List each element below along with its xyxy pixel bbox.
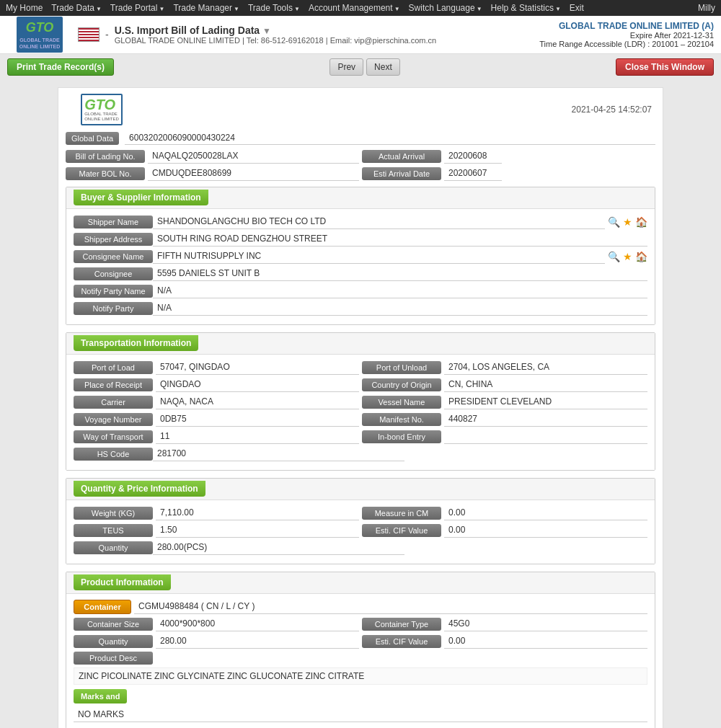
voyage-field: Voyage Number 0DB75 bbox=[74, 412, 359, 427]
global-data-label: Global Data bbox=[66, 132, 119, 145]
place-receipt-field: Place of Receipt QINGDAO bbox=[74, 378, 359, 392]
master-bol-field: Mater BOL No. CMDUQDEE808699 bbox=[66, 167, 359, 181]
container-value: CGMU4988484 ( CN / L / CY ) bbox=[134, 600, 647, 614]
marks-label: Marks and bbox=[74, 689, 127, 703]
vessel-name-label: Vessel Name bbox=[362, 396, 441, 409]
nav-switch-language[interactable]: Switch Language▼ bbox=[409, 3, 482, 13]
shipper-address-row: Shipper Address SOUTH RING ROAD DENGZHOU… bbox=[74, 232, 647, 247]
separator: - bbox=[105, 29, 109, 40]
marks-value: NO MARKS bbox=[74, 708, 647, 722]
manifest-field: Manifest No. 440827 bbox=[362, 412, 647, 427]
voyage-manifest-row: Voyage Number 0DB75 Manifest No. 440827 bbox=[74, 412, 647, 427]
in-bond-label: In-bond Entry bbox=[362, 430, 441, 443]
header-title-area: U.S. Import Bill of Lading Data ▼ GLOBAL… bbox=[115, 25, 437, 45]
shipper-search-icon[interactable]: 🔍 bbox=[608, 216, 620, 228]
buyer-supplier-header-wrap: Buyer & Supplier Information bbox=[66, 187, 655, 209]
shipper-star-icon[interactable]: ★ bbox=[623, 216, 632, 228]
prod-cif-label: Esti. CIF Value bbox=[362, 635, 441, 648]
consignee-label: Consignee bbox=[74, 267, 153, 280]
shipper-address-value: SOUTH RING ROAD DENGZHOU STREET bbox=[153, 232, 647, 247]
country-origin-value: CN, CHINA bbox=[444, 378, 647, 392]
hs-code-row: HS Code 281700 bbox=[74, 447, 647, 461]
notify-party-label: Notify Party bbox=[74, 302, 153, 315]
shipper-name-value: SHANDONGLANGCHU BIO TECH CO LTD bbox=[153, 215, 605, 229]
receipt-origin-row: Place of Receipt QINGDAO Country of Orig… bbox=[74, 378, 647, 392]
top-navigation: My Home Trade Data▼ Trade Portal▼ Trade … bbox=[0, 0, 721, 16]
product-desc-row: Product Desc bbox=[74, 652, 647, 665]
shipper-actions: 🔍 ★ 🏠 bbox=[608, 216, 647, 228]
carrier-value: NAQA, NACA bbox=[156, 395, 359, 409]
port-row: Port of Load 57047, QINGDAO Port of Unlo… bbox=[74, 360, 647, 375]
quantity-body: Weight (KG) 7,110.00 Measure in CM 0.00 … bbox=[66, 500, 655, 564]
page-header: GTO GLOBAL TRADEONLINE LIMITED - U.S. Im… bbox=[0, 16, 721, 54]
record-container: GTO GLOBAL TRADEONLINE LIMITED 2021-04-2… bbox=[58, 87, 663, 728]
master-bol-value: CMDUQDEE808699 bbox=[148, 167, 359, 181]
close-button-top[interactable]: Close This Window bbox=[616, 58, 714, 76]
product-header-wrap: Product Information bbox=[66, 572, 655, 594]
nav-account-management[interactable]: Account Management▼ bbox=[309, 3, 400, 13]
nav-trade-data[interactable]: Trade Data▼ bbox=[51, 3, 102, 13]
port-load-label: Port of Load bbox=[74, 361, 153, 374]
header-logo-area: GTO GLOBAL TRADEONLINE LIMITED - U.S. Im… bbox=[7, 20, 436, 49]
container-row: Container CGMU4988484 ( CN / L / CY ) bbox=[74, 600, 647, 614]
global-data-value: 6003202006090000430224 bbox=[125, 131, 655, 145]
nav-trade-portal[interactable]: Trade Portal▼ bbox=[110, 3, 165, 13]
nav-user[interactable]: Milly bbox=[698, 3, 715, 13]
shipper-home-icon[interactable]: 🏠 bbox=[635, 216, 647, 228]
company-info: GLOBAL TRADE ONLINE LIMITED | Tel: 86-51… bbox=[115, 36, 437, 45]
buyer-supplier-section: Buyer & Supplier Information Shipper Nam… bbox=[66, 187, 655, 325]
record-logo: GTO GLOBAL TRADEONLINE LIMITED bbox=[69, 95, 134, 124]
next-button-top[interactable]: Next bbox=[366, 58, 400, 76]
notify-party-row: Notify Party N/A bbox=[74, 301, 647, 316]
consignee-home-icon[interactable]: 🏠 bbox=[635, 251, 647, 262]
actual-arrival-value: 20200608 bbox=[444, 149, 502, 164]
quantity-price-section: Quantity & Price Information Weight (KG)… bbox=[66, 478, 655, 564]
global-data-row: Global Data 6003202006090000430224 bbox=[66, 131, 655, 145]
transport-label: Way of Transport bbox=[74, 430, 153, 443]
nav-my-home[interactable]: My Home bbox=[6, 3, 43, 13]
prev-button-top[interactable]: Prev bbox=[329, 58, 363, 76]
product-desc-label: Product Desc bbox=[74, 652, 153, 665]
print-button-top[interactable]: Print Trade Record(s) bbox=[7, 58, 114, 76]
esti-arrival-label: Esti Arrival Date bbox=[362, 167, 441, 180]
product-info-section: Product Information Container CGMU498848… bbox=[66, 572, 655, 728]
nav-trade-manager[interactable]: Trade Manager▼ bbox=[173, 3, 239, 13]
container-button[interactable]: Container bbox=[74, 600, 131, 614]
cif-label: Esti. CIF Value bbox=[362, 524, 441, 537]
weight-measure-row: Weight (KG) 7,110.00 Measure in CM 0.00 bbox=[74, 506, 647, 520]
port-load-value: 57047, QINGDAO bbox=[156, 360, 359, 375]
nav-trade-tools[interactable]: Trade Tools▼ bbox=[248, 3, 300, 13]
nav-exit[interactable]: Exit bbox=[570, 3, 584, 13]
account-info: GLOBAL TRADE ONLINE LIMITED (A) Expire A… bbox=[539, 21, 714, 48]
consignee-name-value: FIFTH NUTRISUPPLY INC bbox=[153, 249, 605, 264]
transportation-section: Transportation Information Port of Load … bbox=[66, 332, 655, 471]
transport-field: Way of Transport 11 bbox=[74, 430, 359, 444]
qty-row: Quantity 280.00(PCS) bbox=[74, 541, 647, 555]
port-unload-field: Port of Unload 2704, LOS ANGELES, CA bbox=[362, 360, 647, 375]
prod-qty-label: Quantity bbox=[74, 635, 153, 648]
teus-value: 1.50 bbox=[156, 523, 359, 538]
top-toolbar: Print Trade Record(s) Prev Next Close Th… bbox=[0, 54, 721, 80]
consignee-name-label: Consignee Name bbox=[74, 250, 153, 263]
weight-value: 7,110.00 bbox=[156, 506, 359, 520]
qty-value: 280.00(PCS) bbox=[153, 541, 404, 555]
consignee-search-icon[interactable]: 🔍 bbox=[608, 251, 620, 262]
measure-label: Measure in CM bbox=[362, 507, 441, 520]
buyer-supplier-body: Shipper Name SHANDONGLANGCHU BIO TECH CO… bbox=[66, 209, 655, 324]
master-bol-label: Mater BOL No. bbox=[66, 167, 145, 180]
quantity-title: Quantity & Price Information bbox=[74, 481, 205, 497]
container-type-value: 45G0 bbox=[444, 617, 647, 631]
place-receipt-label: Place of Receipt bbox=[74, 378, 153, 391]
container-type-label: Container Type bbox=[362, 618, 441, 631]
port-unload-label: Port of Unload bbox=[362, 361, 441, 374]
container-type-field: Container Type 45G0 bbox=[362, 617, 647, 631]
nav-help-statistics[interactable]: Help & Statistics▼ bbox=[491, 3, 561, 13]
carrier-field: Carrier NAQA, NACA bbox=[74, 395, 359, 409]
transportation-title: Transportation Information bbox=[74, 335, 198, 351]
bol-label: Bill of Lading No. bbox=[66, 150, 145, 163]
company-logo: GTO GLOBAL TRADEONLINE LIMITED bbox=[7, 20, 72, 49]
transportation-header-wrap: Transportation Information bbox=[66, 333, 655, 355]
consignee-star-icon[interactable]: ★ bbox=[623, 251, 632, 262]
logo-text: GTO GLOBAL TRADEONLINE LIMITED bbox=[17, 17, 63, 53]
qty-label: Quantity bbox=[74, 541, 153, 554]
